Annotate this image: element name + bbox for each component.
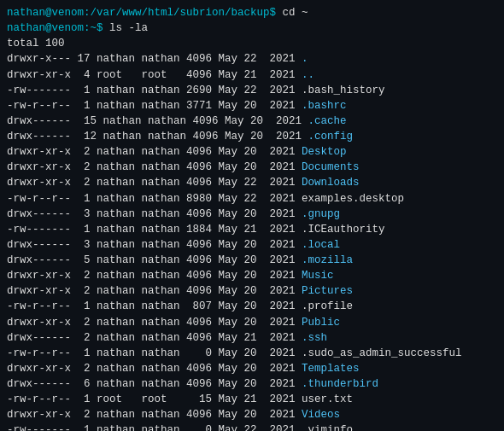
ls-row-iceauth: -rw------- 1 nathan nathan 1884 May 21 2… xyxy=(7,222,497,237)
ls-row-bashrc: -rw-r--r-- 1 nathan nathan 3771 May 20 2… xyxy=(7,98,497,114)
ls-row-bash-history: -rw------- 1 nathan nathan 2690 May 22 2… xyxy=(7,83,497,98)
ls-row-ssh: drwx------ 2 nathan nathan 4096 May 21 2… xyxy=(7,330,497,346)
cmd-1: cd ~ xyxy=(276,7,308,19)
ls-row-dotdot: drwxr-xr-x 4 root root 4096 May 21 2021 … xyxy=(7,67,497,83)
ls-row-viminfo: -rw------- 1 nathan nathan 0 May 22 2021… xyxy=(7,422,497,431)
ls-row-public: drwxr-xr-x 2 nathan nathan 4096 May 20 2… xyxy=(7,315,497,330)
ls-row-profile: -rw-r--r-- 1 nathan nathan 807 May 20 20… xyxy=(7,299,497,314)
ls-row-usertxt: -rw-r--r-- 1 root root 15 May 21 2021 us… xyxy=(7,392,497,407)
cmd-2: ls -la xyxy=(103,22,149,34)
ls-row-gnupg: drwx------ 3 nathan nathan 4096 May 20 2… xyxy=(7,207,497,222)
ls-row-videos: drwxr-xr-x 2 nathan nathan 4096 May 20 2… xyxy=(7,407,497,422)
ls-row-local: drwx------ 3 nathan nathan 4096 May 20 2… xyxy=(7,237,497,253)
ls-row-mozilla: drwx------ 5 nathan nathan 4096 May 20 2… xyxy=(7,253,497,268)
ls-row-cache: drwx------ 15 nathan nathan 4096 May 20 … xyxy=(7,114,497,129)
ls-row-pictures: drwxr-xr-x 2 nathan nathan 4096 May 20 2… xyxy=(7,283,497,299)
line-total: total 100 xyxy=(7,36,497,51)
ls-row-examples: -rw-r--r-- 1 nathan nathan 8980 May 22 2… xyxy=(7,191,497,207)
ls-row-dot: drwxr-x--- 17 nathan nathan 4096 May 22 … xyxy=(7,51,497,67)
ls-row-templates: drwxr-xr-x 2 nathan nathan 4096 May 20 2… xyxy=(7,361,497,376)
prompt-1: nathan@venom:/var/www/html/subrion/backu… xyxy=(7,7,276,19)
ls-row-music: drwxr-xr-x 2 nathan nathan 4096 May 20 2… xyxy=(7,268,497,283)
ls-row-config: drwx------ 12 nathan nathan 4096 May 20 … xyxy=(7,129,497,144)
line-initial-cmd: nathan@venom:/var/www/html/subrion/backu… xyxy=(7,5,497,20)
line-ls-cmd: nathan@venom:~$ ls -la xyxy=(7,20,497,36)
ls-row-documents: drwxr-xr-x 2 nathan nathan 4096 May 20 2… xyxy=(7,160,497,175)
ls-row-downloads: drwxr-xr-x 2 nathan nathan 4096 May 22 2… xyxy=(7,175,497,190)
prompt-2: nathan@venom:~$ xyxy=(7,22,103,34)
ls-row-desktop: drwxr-xr-x 2 nathan nathan 4096 May 20 2… xyxy=(7,144,497,160)
ls-row-sudo: -rw-r--r-- 1 nathan nathan 0 May 20 2021… xyxy=(7,346,497,361)
ls-row-thunderbird: drwx------ 6 nathan nathan 4096 May 20 2… xyxy=(7,376,497,392)
terminal: nathan@venom:/var/www/html/subrion/backu… xyxy=(0,0,504,431)
